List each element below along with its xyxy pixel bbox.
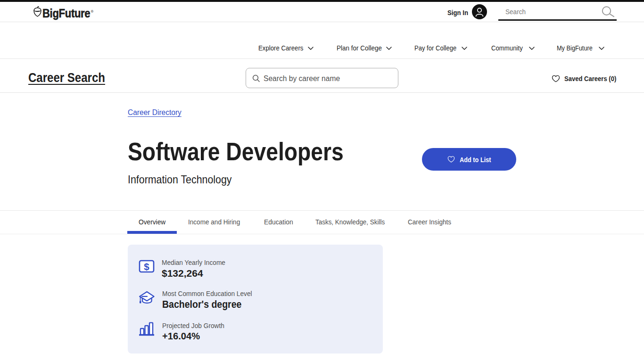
svg-text:$: $ <box>144 261 149 272</box>
